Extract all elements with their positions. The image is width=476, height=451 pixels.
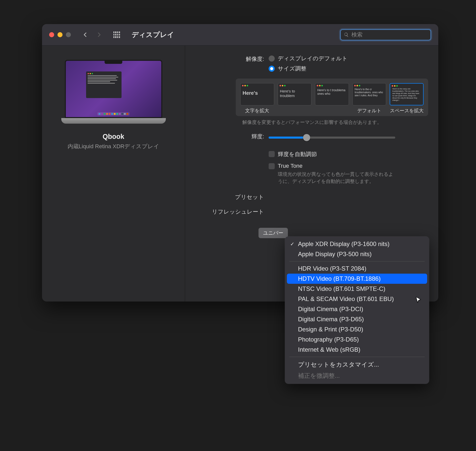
scale-option-0[interactable]: Here's: [240, 83, 274, 105]
menu-item-label: Photography (P3-D65): [298, 336, 359, 343]
display-thumbnail[interactable]: [65, 60, 162, 124]
scale-picker: Here's 文字を拡大 Here's to troublem .: [236, 79, 428, 116]
resolution-note: 解像度を変更するとパフォーマンスに影響する場合があります。: [242, 119, 428, 126]
window-controls: [49, 32, 71, 37]
menu-item-label: NTSC Video (BT.601 SMPTE-C): [298, 285, 385, 292]
zoom-icon: [66, 32, 71, 37]
menu-item-label: Apple Display (P3-500 nits): [298, 251, 372, 258]
truetone-checkbox[interactable]: True Tone 環境光の状況が異なっても色が一貫して表示されるように、ディス…: [269, 163, 428, 185]
menu-item-label: Apple XDR Display (P3-1600 nits): [298, 240, 390, 248]
scale-caption-3: デフォルト: [357, 107, 381, 113]
menu-item-label: PAL & SECAM Video (BT.601 EBU): [298, 295, 394, 303]
menu-item-label: HDTV Video (BT.709-BT.1886): [298, 275, 381, 282]
preset-menu-item: 補正を微調整...: [285, 370, 429, 381]
auto-brightness-checkbox[interactable]: 輝度を自動調節: [269, 151, 428, 158]
refresh-rate-label: リフレッシュレート: [185, 208, 269, 216]
close-icon[interactable]: [49, 32, 54, 37]
resolution-default-radio[interactable]: ディスプレイのデフォルト: [269, 55, 428, 62]
scale-option-1[interactable]: Here's to troublem: [278, 83, 312, 105]
resolution-label: 解像度:: [185, 55, 269, 75]
scale-option-3[interactable]: Here's to the cr troublemakers. ones who…: [352, 83, 386, 105]
resolution-default-label: ディスプレイのデフォルト: [278, 55, 348, 62]
scale-option-4[interactable]: Here's to the crazy one troublemakers. T…: [390, 83, 424, 105]
menu-item-label: プリセットをカスタマイズ...: [298, 361, 379, 369]
truetone-label: True Tone: [278, 163, 394, 169]
universal-control-button[interactable]: ユニバー: [259, 228, 288, 238]
menu-item-label: Internet & Web (sRGB): [298, 346, 360, 353]
menu-item-label: Design & Print (P3-D50): [298, 326, 363, 333]
toolbar: ディスプレイ: [42, 24, 438, 46]
scale-caption-4: スペースを拡大: [390, 107, 424, 113]
forward-button: [95, 31, 103, 39]
search-input[interactable]: [351, 31, 427, 38]
preset-menu-item[interactable]: HDTV Video (BT.709-BT.1886): [287, 274, 427, 284]
preset-menu-item[interactable]: Design & Print (P3-D50): [285, 324, 429, 334]
display-name: Qbook: [103, 133, 124, 141]
menu-item-label: Digital Cinema (P3-DCI): [298, 306, 363, 313]
preset-menu-item[interactable]: NTSC Video (BT.601 SMPTE-C): [285, 284, 429, 294]
preset-menu-item[interactable]: ✓Apple XDR Display (P3-1600 nits): [285, 239, 429, 249]
brightness-slider[interactable]: [269, 137, 395, 139]
slider-thumb-icon[interactable]: [303, 134, 310, 141]
search-field[interactable]: [340, 29, 431, 41]
cursor-icon: [415, 296, 422, 305]
menu-item-label: HDR Video (P3-ST 2084): [298, 265, 366, 272]
preset-menu-item[interactable]: プリセットをカスタマイズ...: [285, 359, 429, 370]
menu-separator: [289, 261, 425, 261]
search-icon: [344, 32, 349, 37]
preset-menu-item[interactable]: Digital Cinema (P3-DCI): [285, 304, 429, 314]
display-sidebar: Qbook 内蔵Liquid Retina XDRディスプレイ: [42, 46, 185, 302]
minimize-icon[interactable]: [57, 32, 63, 37]
preset-menu-item[interactable]: PAL & SECAM Video (BT.601 EBU): [285, 294, 429, 304]
window-title: ディスプレイ: [132, 30, 174, 39]
show-all-icon[interactable]: [113, 31, 120, 38]
scale-option-2[interactable]: Here's to t troublema ones who: [315, 83, 349, 105]
preset-menu-item[interactable]: Digital Cinema (P3-D65): [285, 314, 429, 324]
menu-item-label: Digital Cinema (P3-D65): [298, 316, 364, 323]
preset-menu-item[interactable]: Internet & Web (sRGB): [285, 345, 429, 355]
preset-label: プリセット: [185, 193, 269, 201]
back-button[interactable]: [82, 31, 89, 39]
resolution-scaled-radio[interactable]: サイズ調整: [269, 65, 428, 72]
brightness-label: 輝度:: [185, 131, 269, 140]
scale-caption-0: 文字を拡大: [245, 107, 269, 113]
checkmark-icon: ✓: [289, 241, 295, 247]
display-description: 内蔵Liquid Retina XDRディスプレイ: [68, 143, 160, 150]
preset-menu-item[interactable]: Apple Display (P3-500 nits): [285, 249, 429, 259]
menu-item-label: 補正を微調整...: [298, 372, 340, 380]
preset-popup-menu: ✓Apple XDR Display (P3-1600 nits)Apple D…: [285, 236, 429, 384]
preset-menu-item[interactable]: Photography (P3-D65): [285, 334, 429, 345]
preset-menu-item[interactable]: HDR Video (P3-ST 2084): [285, 264, 429, 274]
menu-separator: [289, 357, 425, 357]
resolution-scaled-label: サイズ調整: [278, 65, 306, 72]
truetone-note: 環境光の状況が異なっても色が一貫して表示されるように、ディスプレイを自動的に調整…: [278, 171, 394, 185]
auto-brightness-label: 輝度を自動調節: [278, 151, 317, 158]
